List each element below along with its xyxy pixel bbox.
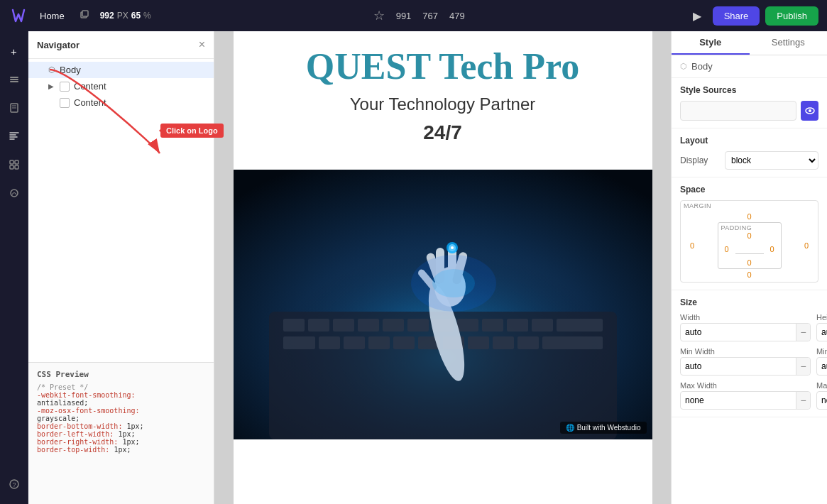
sidebar-icon-help[interactable]: ? xyxy=(3,473,26,495)
padding-label: PADDING xyxy=(721,224,752,231)
zoom-level: 65 xyxy=(131,11,141,21)
viewport-unit: PX xyxy=(117,11,128,21)
tab-style[interactable]: Style xyxy=(672,31,750,55)
tab-settings[interactable]: Settings xyxy=(750,31,828,55)
min-width-minus[interactable]: − xyxy=(796,358,810,375)
svg-rect-34 xyxy=(368,336,390,349)
style-sources-title: Style Sources xyxy=(680,85,818,95)
sidebar-icon-pages[interactable] xyxy=(3,97,26,119)
svg-rect-4 xyxy=(10,81,18,82)
coord-1: 991 xyxy=(396,11,412,21)
max-height-input-row: − xyxy=(816,391,827,410)
margin-label: MARGIN xyxy=(684,202,711,209)
style-source-eye-button[interactable] xyxy=(801,101,818,121)
sidebar-icon-components[interactable] xyxy=(3,153,26,176)
width-input[interactable] xyxy=(681,327,796,337)
css-line-7: border-right-width: 1px; xyxy=(37,438,205,446)
style-sources-row xyxy=(680,101,818,121)
css-line-2: antialiased; xyxy=(37,399,205,407)
navigator-tree: ⬡ Body ▶ Content Content xyxy=(28,59,214,362)
width-label: Width xyxy=(680,313,811,322)
svg-rect-35 xyxy=(393,336,415,349)
size-title: Size xyxy=(680,297,818,307)
body-label: Body xyxy=(60,65,81,75)
css-preview-title: CSS Preview xyxy=(37,370,205,379)
height-field: Height − xyxy=(816,313,827,341)
css-line-8: border-top-width: 1px; xyxy=(37,446,205,454)
body-text: Body xyxy=(691,61,713,72)
publish-button[interactable]: Publish xyxy=(765,6,818,26)
main-layout: + ? Navigator × ⬡ Body xyxy=(0,31,827,504)
space-title: Space xyxy=(680,185,818,195)
css-line-6: border-left-width: 1px; xyxy=(37,430,205,438)
min-height-field: Min Height − xyxy=(816,347,827,376)
topbar: Home 992 PX 65 % ☆ 991 767 479 ▶ Share P… xyxy=(0,0,827,31)
duplicate-button[interactable] xyxy=(76,6,93,26)
max-height-label: Max Height xyxy=(816,381,827,390)
padding-bottom-val[interactable]: 0 xyxy=(744,258,755,267)
max-height-input[interactable] xyxy=(817,395,827,405)
svg-rect-33 xyxy=(344,336,365,349)
svg-rect-28 xyxy=(507,319,528,332)
body-section-label: ⬡ Body xyxy=(672,55,827,78)
margin-left-val[interactable]: 0 xyxy=(686,241,698,250)
home-button[interactable]: Home xyxy=(35,8,69,24)
canvas-area[interactable]: QUEST Tech Pro Your Technology Partner 2… xyxy=(214,31,671,504)
min-height-input-row: − xyxy=(816,357,827,376)
coord-2: 767 xyxy=(422,11,438,21)
sidebar-icon-add[interactable]: + xyxy=(3,40,26,62)
svg-rect-24 xyxy=(407,319,429,332)
svg-rect-8 xyxy=(10,160,13,164)
sidebar-icon-assets[interactable] xyxy=(3,182,26,204)
favorite-button[interactable]: ☆ xyxy=(373,8,385,23)
sidebar-icons: + ? xyxy=(0,31,28,504)
min-height-input[interactable] xyxy=(817,361,827,371)
navigator-item-content-2[interactable]: Content xyxy=(28,94,214,111)
svg-point-51 xyxy=(451,246,454,249)
logo[interactable] xyxy=(9,6,28,26)
content-checkbox-2[interactable] xyxy=(60,98,70,108)
space-box: MARGIN 0 0 PADDING 0 0 xyxy=(680,200,818,283)
max-width-label: Max Width xyxy=(680,381,811,390)
padding-box: PADDING 0 0 0 0 xyxy=(718,222,782,269)
width-input-row: − xyxy=(680,323,811,341)
preview-button[interactable]: ▶ xyxy=(687,6,707,26)
svg-point-55 xyxy=(809,109,811,112)
margin-top-val[interactable]: 0 xyxy=(744,212,755,221)
padding-top-val[interactable]: 0 xyxy=(744,231,755,240)
min-width-input[interactable] xyxy=(681,361,796,371)
svg-rect-30 xyxy=(557,319,603,332)
topbar-center: ☆ 991 767 479 xyxy=(158,8,680,23)
max-width-minus[interactable]: − xyxy=(796,392,810,409)
padding-right-val[interactable]: 0 xyxy=(767,245,778,253)
svg-rect-41 xyxy=(542,336,603,349)
share-button[interactable]: Share xyxy=(713,6,760,26)
viewport-info: 992 PX 65 % xyxy=(100,11,151,21)
svg-rect-9 xyxy=(15,160,18,164)
site-subtitle: Your Technology Partner xyxy=(248,94,638,114)
display-select[interactable]: block flex grid inline none xyxy=(725,151,818,170)
min-width-label: Min Width xyxy=(680,347,811,356)
navigator-item-body[interactable]: ⬡ Body xyxy=(28,62,214,78)
site-tagline: 24/7 xyxy=(248,121,638,144)
css-line-4: grayscale; xyxy=(37,415,205,422)
height-input[interactable] xyxy=(817,327,827,337)
content-checkbox-1[interactable] xyxy=(60,82,70,92)
sidebar-icon-navigator[interactable] xyxy=(3,125,26,148)
layout-title: Layout xyxy=(680,136,818,146)
max-width-input[interactable] xyxy=(681,395,796,405)
right-panel-tabs: Style Settings xyxy=(672,31,827,55)
site-title: QUEST Tech Pro xyxy=(248,45,638,87)
margin-right-val[interactable]: 0 xyxy=(801,241,812,250)
padding-left-val[interactable]: 0 xyxy=(721,245,733,253)
svg-rect-21 xyxy=(333,319,354,332)
navigator-item-content-1[interactable]: ▶ Content xyxy=(28,78,214,94)
svg-rect-3 xyxy=(10,79,18,80)
width-minus[interactable]: − xyxy=(796,324,810,341)
style-source-input[interactable] xyxy=(680,101,796,121)
width-field: Width − xyxy=(680,313,811,341)
navigator-close-button[interactable]: × xyxy=(199,38,205,51)
margin-bottom-val[interactable]: 0 xyxy=(744,270,755,279)
sidebar-icon-layers[interactable] xyxy=(3,68,26,91)
navigator-panel: Navigator × ⬡ Body ▶ Content Content xyxy=(28,31,214,504)
